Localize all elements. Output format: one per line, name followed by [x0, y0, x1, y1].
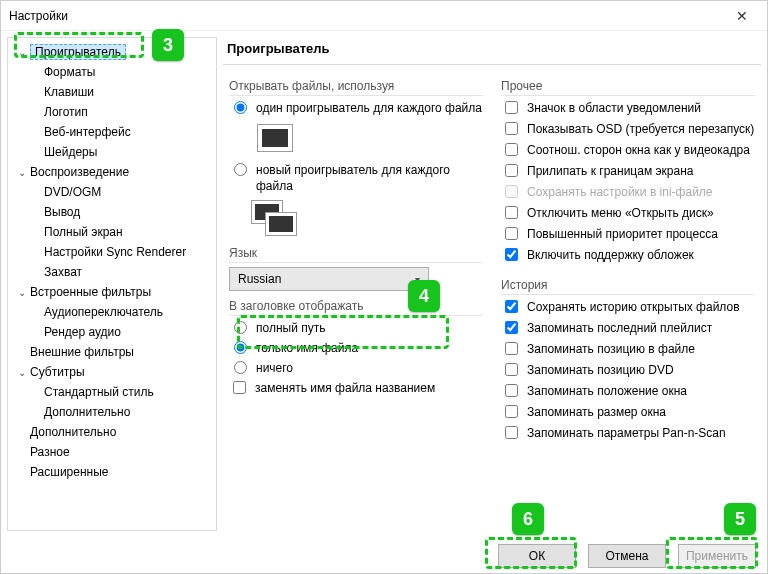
group-titledisp: В заголовке отображать: [229, 299, 483, 316]
tree-audiorender[interactable]: Рендер аудио: [8, 322, 216, 342]
tree-output[interactable]: Вывод: [8, 202, 216, 222]
tree-logo[interactable]: Логотип: [8, 102, 216, 122]
radio-nothing[interactable]: ничего: [229, 360, 483, 376]
check-savehist[interactable]: Сохранять историю открытых файлов: [501, 299, 755, 316]
language-value: Russian: [238, 272, 281, 286]
check-filepos[interactable]: Запоминать позицию в файле: [501, 341, 755, 358]
tree-web[interactable]: Веб-интерфейс: [8, 122, 216, 142]
close-icon[interactable]: ✕: [725, 4, 759, 28]
radio-nameonly[interactable]: только имя файла: [229, 340, 483, 356]
tree-advanced-sub[interactable]: Дополнительно: [8, 402, 216, 422]
chevron-down-icon: ▾: [415, 274, 420, 285]
tree-sync[interactable]: Настройки Sync Renderer: [8, 242, 216, 262]
language-select[interactable]: Russian ▾: [229, 267, 429, 291]
check-disable-open[interactable]: Отключить меню «Открыть диск»: [501, 205, 755, 222]
radio-one-player[interactable]: один проигрыватель для каждого файла: [229, 100, 483, 116]
content-panel: Проигрыватель Открывать файлы, используя…: [223, 37, 761, 531]
check-trayicon[interactable]: Значок в области уведомлений: [501, 100, 755, 117]
tree-keys[interactable]: Клавиши: [8, 82, 216, 102]
tree-fullscreen[interactable]: Полный экран: [8, 222, 216, 242]
check-covers[interactable]: Включить поддержку обложек: [501, 247, 755, 264]
radio-new-player[interactable]: новый проигрыватель для каждого файла: [229, 162, 483, 194]
check-winpos[interactable]: Запоминать положение окна: [501, 383, 755, 400]
group-history: История: [501, 278, 755, 295]
group-open: Открывать файлы, используя: [229, 79, 483, 96]
check-lastpl[interactable]: Запоминать последний плейлист: [501, 320, 755, 337]
tree-player[interactable]: ⌄Проигрыватель: [8, 42, 216, 62]
check-panscan[interactable]: Запоминать параметры Pan-n-Scan: [501, 425, 755, 442]
tree-capture[interactable]: Захват: [8, 262, 216, 282]
group-other: Прочее: [501, 79, 755, 96]
nav-tree: ⌄Проигрыватель Форматы Клавиши Логотип В…: [7, 37, 217, 531]
apply-button[interactable]: Применить: [678, 544, 756, 568]
ok-button[interactable]: ОК: [498, 544, 576, 568]
check-osd[interactable]: Показывать OSD (требуется перезапуск): [501, 121, 755, 138]
check-ini: Сохранять настройки в ini-файле: [501, 184, 755, 201]
tree-formats[interactable]: Форматы: [8, 62, 216, 82]
check-replace-title[interactable]: заменять имя файла названием: [229, 380, 483, 397]
tree-shaders[interactable]: Шейдеры: [8, 142, 216, 162]
check-priority[interactable]: Повышенный приоритет процесса: [501, 226, 755, 243]
tree-audioswitch[interactable]: Аудиопереключатель: [8, 302, 216, 322]
tree-misc[interactable]: Разное: [8, 442, 216, 462]
multi-window-icon: [251, 200, 301, 240]
tree-stdstyle[interactable]: Стандартный стиль: [8, 382, 216, 402]
main-area: ⌄Проигрыватель Форматы Клавиши Логотип В…: [1, 31, 767, 537]
check-aspect[interactable]: Соотнош. сторон окна как у видеокадра: [501, 142, 755, 159]
cancel-button[interactable]: Отмена: [588, 544, 666, 568]
panel-title: Проигрыватель: [223, 37, 761, 65]
tree-dvd[interactable]: DVD/OGM: [8, 182, 216, 202]
titlebar: Настройки ✕: [1, 1, 767, 31]
tree-extended[interactable]: Расширенные: [8, 462, 216, 482]
check-winsize[interactable]: Запоминать размер окна: [501, 404, 755, 421]
tree-external[interactable]: Внешние фильтры: [8, 342, 216, 362]
group-lang: Язык: [229, 246, 483, 263]
check-snap[interactable]: Прилипать к границам экрана: [501, 163, 755, 180]
tree-playback[interactable]: ⌄Воспроизведение: [8, 162, 216, 182]
dialog-buttons: ОК Отмена Применить: [498, 544, 756, 568]
tree-subtitles[interactable]: ⌄Субтитры: [8, 362, 216, 382]
tree-advanced[interactable]: Дополнительно: [8, 422, 216, 442]
radio-fullpath[interactable]: полный путь: [229, 320, 483, 336]
check-dvdpos[interactable]: Запоминать позицию DVD: [501, 362, 755, 379]
tree-builtin[interactable]: ⌄Встроенные фильтры: [8, 282, 216, 302]
window-title: Настройки: [9, 9, 725, 23]
single-window-icon: [257, 124, 293, 152]
